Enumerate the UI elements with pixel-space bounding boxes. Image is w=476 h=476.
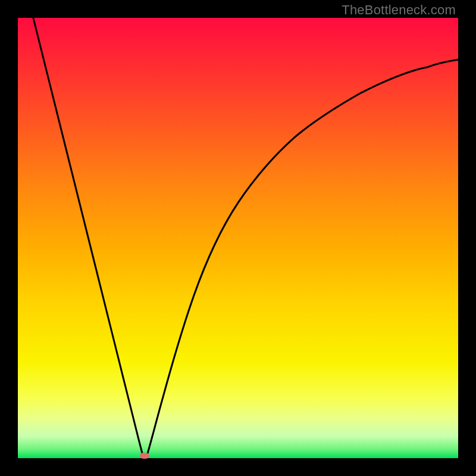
- chart-frame: TheBottleneck.com: [0, 0, 476, 476]
- watermark-text: TheBottleneck.com: [342, 2, 456, 18]
- bottleneck-curve: [18, 18, 458, 458]
- plot-area: [18, 18, 458, 458]
- curve-right-branch: [147, 60, 458, 456]
- minimum-marker: [140, 453, 149, 459]
- curve-left-branch: [33, 18, 143, 456]
